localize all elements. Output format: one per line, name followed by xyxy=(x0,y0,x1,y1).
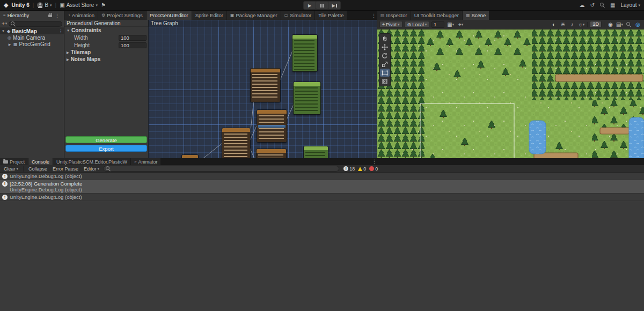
tab-inspector[interactable]: ▤Inspector xyxy=(377,11,411,20)
lock-icon[interactable] xyxy=(48,14,52,17)
visibility-toggle[interactable]: ◉ xyxy=(606,21,614,28)
chevron-down-icon: ▾ xyxy=(50,3,52,8)
tilemap-foldout[interactable]: ▶ Tilemap xyxy=(64,49,148,56)
info-count-badge[interactable]: !18 xyxy=(343,166,355,172)
grid-visual-dropdown[interactable]: ▦▾ xyxy=(447,21,455,28)
tab-label: Simulator xyxy=(290,12,311,18)
graph-node[interactable] xyxy=(257,110,287,142)
tab-simulator[interactable]: ▭Simulator xyxy=(281,11,316,20)
tab-hierarchy[interactable]: ≡ Hierarchy ⋮ xyxy=(0,11,64,20)
search-icon xyxy=(106,166,111,171)
tab-label: UI Toolkit Debugger xyxy=(414,12,459,18)
height-field[interactable] xyxy=(119,42,147,48)
tab-console[interactable]: Console xyxy=(28,158,53,165)
export-button[interactable]: Export xyxy=(65,145,147,152)
node-body xyxy=(222,132,250,158)
graph-node[interactable] xyxy=(304,146,328,158)
console-log-entry[interactable]: ![22:52:08] Generation CompleteUnityEngi… xyxy=(0,180,644,194)
hierarchy-item-basicmap[interactable]: ▼ ◈ BasicMap ⋮ xyxy=(0,28,64,34)
expand-open-icon[interactable]: ▼ xyxy=(1,29,5,33)
animation-icon: ◔ xyxy=(68,13,70,18)
hierarchy-search-input[interactable] xyxy=(9,21,62,27)
chevron-down-icon: ▾ xyxy=(398,23,400,27)
history-icon[interactable]: ↺ xyxy=(590,2,595,8)
orientation-dropdown[interactable]: ⊕ Local ▾ xyxy=(405,21,430,28)
hand-tool-button[interactable] xyxy=(380,34,390,42)
error-pause-toggle[interactable]: Error Pause xyxy=(51,166,80,172)
warning-count-badge[interactable]: 0 xyxy=(358,166,366,172)
transform-tool-button[interactable] xyxy=(380,77,390,85)
chevron-down-icon: ▾ xyxy=(17,167,19,171)
scene-menu-icon[interactable]: ⋮ xyxy=(58,29,63,34)
pivot-dropdown[interactable]: ⌖ Pivot ▾ xyxy=(379,21,402,28)
asset-store-dropdown[interactable]: ▣ Asset Store ▾ xyxy=(60,2,98,8)
clear-button[interactable]: Clear▾ xyxy=(2,166,20,172)
graph-node[interactable] xyxy=(251,69,280,102)
snap-dropdown[interactable]: ⌖▾ xyxy=(457,21,465,28)
tab-package-manager[interactable]: ▣Package Manager xyxy=(227,11,281,20)
tab-animator[interactable]: »Animator xyxy=(131,158,161,165)
collapse-toggle[interactable]: Collapse xyxy=(27,166,49,172)
graph-node[interactable] xyxy=(222,128,250,158)
tab-sprite-editor[interactable]: Sprite Editor xyxy=(192,11,227,20)
scale-tool-button[interactable] xyxy=(380,60,390,68)
collab-flag-icon[interactable]: ⚑ xyxy=(101,2,106,8)
graph-node[interactable] xyxy=(257,149,286,158)
constraints-foldout[interactable]: ▼ Constraints xyxy=(64,27,148,34)
button-label: Error Pause xyxy=(53,166,78,172)
cloud-icon[interactable]: ☁ xyxy=(580,2,585,8)
scene-search-button[interactable] xyxy=(625,21,633,28)
expand-closed-icon[interactable]: ▶ xyxy=(8,42,12,46)
tab-plasticscm[interactable]: Unity.PlasticSCM.Editor.PlasticW xyxy=(53,158,131,165)
graph-node[interactable] xyxy=(292,35,317,71)
tab-procgenuieditor[interactable]: ProcGenUIEditor xyxy=(147,11,192,20)
effects-dropdown[interactable]: ☼▾ xyxy=(577,21,585,28)
editor-dropdown[interactable]: Editor▾ xyxy=(82,166,101,172)
panel-menu-icon[interactable]: ⋮ xyxy=(370,13,377,18)
panel-menu-icon[interactable]: ⋮ xyxy=(54,13,61,18)
tab-tile-palette[interactable]: Tile Palette xyxy=(315,11,347,20)
tab-ui-toolkit-debugger[interactable]: UI Toolkit Debugger xyxy=(411,11,463,20)
rect-tool-button[interactable] xyxy=(380,69,390,77)
graph-node[interactable] xyxy=(294,82,320,114)
generate-button[interactable]: Generate xyxy=(65,136,147,143)
right-tab-group: ▤Inspector UI Toolkit Debugger ▦Scene xyxy=(377,11,644,20)
scene-toolbar-right: ◐ ☀ ♪ ☼▾ 2D ◉ ▤▾ ◎ xyxy=(550,21,642,28)
layout-dropdown[interactable]: Layout ▾ xyxy=(620,2,640,8)
step-button[interactable]: ▶ xyxy=(328,2,340,9)
audio-toggle[interactable]: ♪ xyxy=(568,21,576,28)
tab-label: Tile Palette xyxy=(318,12,343,18)
node-header xyxy=(257,149,286,153)
tree-graph-panel[interactable]: Tree Graph xyxy=(149,20,377,158)
grid-size-field[interactable] xyxy=(431,21,444,28)
console-log-entry[interactable]: !UnityEngine.Debug:Log (object) xyxy=(0,173,644,180)
add-object-button[interactable]: +▾ xyxy=(2,21,7,27)
scene-viewport[interactable] xyxy=(377,29,644,158)
account-dropdown[interactable]: B ▾ xyxy=(37,2,52,8)
error-count-badge[interactable]: 0 xyxy=(369,166,378,172)
tab-project[interactable]: Project xyxy=(0,158,28,165)
2d-toggle[interactable]: 2D xyxy=(590,21,602,28)
rotate-tool-button[interactable] xyxy=(380,51,390,60)
pause-button[interactable] xyxy=(316,2,328,9)
hierarchy-item-main-camera[interactable]: ◎ Main Camera xyxy=(6,34,64,41)
shaded-mode-button[interactable]: ◐ xyxy=(550,21,558,28)
play-button[interactable]: ▶ xyxy=(304,2,316,9)
layers-icon[interactable]: ▦ xyxy=(610,2,615,8)
tab-animation[interactable]: ◔Animation xyxy=(64,11,98,20)
hierarchy-item-procgengrid[interactable]: ▶ ▦ ProcGenGrid xyxy=(6,41,64,47)
lighting-toggle[interactable]: ☀ xyxy=(559,21,567,28)
move-tool-button[interactable] xyxy=(380,43,390,51)
info-icon: ! xyxy=(2,174,8,179)
tab-project-settings[interactable]: ⚙Project Settings xyxy=(98,11,147,20)
panel-menu-icon[interactable]: ⋮ xyxy=(371,159,378,164)
width-field[interactable] xyxy=(119,35,147,41)
search-icon[interactable] xyxy=(600,3,605,8)
node-header xyxy=(294,82,320,86)
console-log-entry[interactable]: !UnityEngine.Debug:Log (object) xyxy=(0,194,644,201)
tab-scene[interactable]: ▦Scene xyxy=(463,11,490,20)
gizmos-dropdown[interactable]: ▤▾ xyxy=(616,21,624,28)
console-search-input[interactable] xyxy=(103,166,339,172)
noise-maps-foldout[interactable]: ▶ Noise Maps xyxy=(64,56,148,63)
camera-preview-toggle[interactable]: ◎ xyxy=(634,21,642,28)
